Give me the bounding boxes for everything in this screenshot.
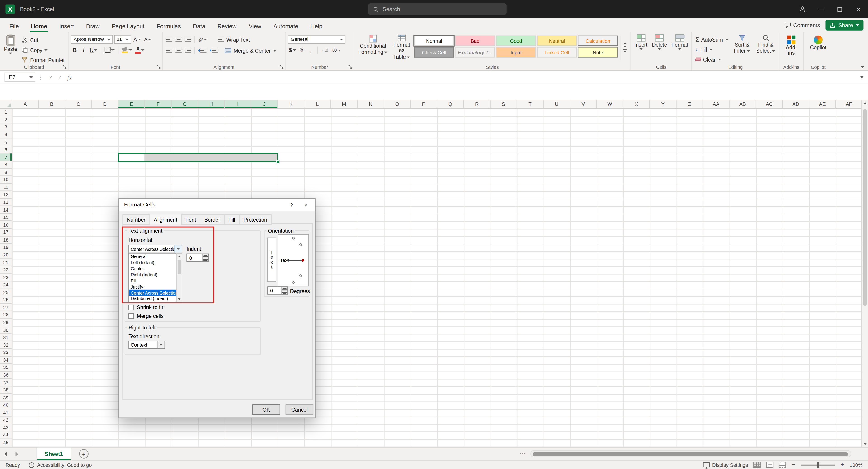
font-name-chevron-icon[interactable] xyxy=(107,38,111,40)
column-header-AB[interactable]: AB xyxy=(730,100,756,108)
insert-cells-chevron-icon[interactable] xyxy=(639,49,643,50)
row-header-36[interactable]: 36 xyxy=(0,372,11,379)
format-as-table-button[interactable]: Format as Table xyxy=(392,34,412,60)
column-header-L[interactable]: L xyxy=(305,100,331,108)
column-header-AD[interactable]: AD xyxy=(783,100,809,108)
page-break-view-button[interactable] xyxy=(779,462,786,468)
column-header-N[interactable]: N xyxy=(358,100,384,108)
cell-style-check-cell[interactable]: Check Cell xyxy=(414,47,454,58)
align-top-button[interactable] xyxy=(165,35,174,43)
conditional-formatting-chevron-icon[interactable] xyxy=(384,52,388,53)
row-header-21[interactable]: 21 xyxy=(0,259,11,266)
row-header-10[interactable]: 10 xyxy=(0,176,11,184)
row-header-6[interactable]: 6 xyxy=(0,146,11,153)
column-header-T[interactable]: T xyxy=(517,100,544,108)
row-header-42[interactable]: 42 xyxy=(0,416,11,424)
row-header-41[interactable]: 41 xyxy=(0,409,11,416)
orientation-button[interactable]: ab xyxy=(197,35,208,43)
column-header-AF[interactable]: AF xyxy=(836,100,862,108)
decrease-decimal-button[interactable]: .00→ xyxy=(330,46,342,54)
column-header-M[interactable]: M xyxy=(331,100,358,108)
comma-format-button[interactable]: , xyxy=(307,46,315,54)
display-settings-button[interactable]: Display Settings xyxy=(703,462,748,468)
share-chevron-icon[interactable] xyxy=(856,24,859,26)
wrap-text-button[interactable]: Wrap Text xyxy=(217,35,251,43)
previous-sheet-button[interactable] xyxy=(0,451,11,456)
fill-handle[interactable] xyxy=(276,160,280,163)
row-header-40[interactable]: 40 xyxy=(0,401,11,409)
column-header-C[interactable]: C xyxy=(65,100,92,108)
new-sheet-button[interactable]: + xyxy=(79,449,89,459)
row-header-18[interactable]: 18 xyxy=(0,236,11,244)
column-header-Y[interactable]: Y xyxy=(650,100,677,108)
selection-range[interactable] xyxy=(118,153,278,162)
column-header-Z[interactable]: Z xyxy=(677,100,703,108)
styles-gallery-more-button[interactable] xyxy=(620,35,629,60)
column-header-J[interactable]: J xyxy=(251,100,278,108)
tab-review[interactable]: Review xyxy=(211,21,243,32)
row-header-23[interactable]: 23 xyxy=(0,274,11,281)
row-header-24[interactable]: 24 xyxy=(0,281,11,289)
column-header-G[interactable]: G xyxy=(172,100,198,108)
ok-button[interactable]: OK xyxy=(252,404,280,415)
sort-filter-chevron-icon[interactable] xyxy=(747,51,750,52)
text-direction-select[interactable]: Context xyxy=(128,341,165,349)
column-header-E[interactable]: E xyxy=(119,100,145,108)
column-header-AC[interactable]: AC xyxy=(756,100,783,108)
fill-color-chevron-icon[interactable] xyxy=(129,49,132,51)
option-center[interactable]: Center xyxy=(129,266,177,272)
conditional-formatting-button[interactable]: Conditional Formatting xyxy=(356,34,389,56)
increase-indent-button[interactable] xyxy=(209,46,219,55)
increase-font-size-button[interactable]: A xyxy=(132,35,142,43)
tab-home[interactable]: Home xyxy=(25,21,53,32)
merge-cells-box-icon[interactable] xyxy=(128,313,134,319)
zoom-slider-thumb[interactable] xyxy=(817,462,819,468)
expand-formula-bar-icon[interactable] xyxy=(860,77,864,78)
normal-view-button[interactable] xyxy=(753,462,761,468)
tab-insert[interactable]: Insert xyxy=(53,21,80,32)
row-header-20[interactable]: 20 xyxy=(0,251,11,259)
account-button[interactable] xyxy=(793,0,811,18)
next-sheet-button[interactable] xyxy=(11,451,22,456)
minimize-button[interactable] xyxy=(811,0,830,18)
row-header-33[interactable]: 33 xyxy=(0,349,11,356)
column-header-I[interactable]: I xyxy=(225,100,251,108)
vertical-scroll-thumb[interactable] xyxy=(863,109,867,305)
underline-chevron-icon[interactable] xyxy=(94,49,98,51)
align-left-button[interactable] xyxy=(165,46,174,55)
zoom-slider[interactable] xyxy=(801,464,835,465)
row-header-3[interactable]: 3 xyxy=(0,123,11,131)
gallery-scroll-down-icon[interactable] xyxy=(623,46,627,48)
cell-style-linked-cell[interactable]: Linked Cell xyxy=(537,47,577,58)
dialog-help-button[interactable]: ? xyxy=(287,201,296,209)
row-header-14[interactable]: 14 xyxy=(0,206,11,214)
dialog-titlebar[interactable]: Format Cells ? × xyxy=(119,199,315,211)
row-header-39[interactable]: 39 xyxy=(0,394,11,401)
fill-chevron-icon[interactable] xyxy=(709,49,712,50)
shrink-to-fit-box-icon[interactable] xyxy=(128,304,134,310)
zoom-out-button[interactable]: − xyxy=(792,462,795,468)
collapse-ribbon-icon[interactable] xyxy=(861,66,864,68)
row-header-31[interactable]: 31 xyxy=(0,334,11,341)
row-header-44[interactable]: 44 xyxy=(0,432,11,439)
scroll-down-icon[interactable] xyxy=(862,443,868,445)
row-header-30[interactable]: 30 xyxy=(0,326,11,334)
column-header-R[interactable]: R xyxy=(464,100,491,108)
row-header-27[interactable]: 27 xyxy=(0,304,11,312)
sheet-tab-sheet1[interactable]: Sheet1 xyxy=(37,447,71,460)
font-color-chevron-icon[interactable] xyxy=(141,49,145,51)
fill-button[interactable]: ↓ Fill xyxy=(694,45,730,54)
column-header-K[interactable]: K xyxy=(278,100,305,108)
accessibility-status[interactable]: ✓ Accessibility: Good to go xyxy=(29,462,92,468)
row-header-9[interactable]: 9 xyxy=(0,169,11,176)
comments-button[interactable]: Comments xyxy=(784,22,820,28)
row-header-32[interactable]: 32 xyxy=(0,342,11,349)
number-format-select[interactable]: General xyxy=(288,35,345,43)
find-select-button[interactable]: Find & Select xyxy=(754,34,777,63)
clear-chevron-icon[interactable] xyxy=(718,58,721,60)
delete-cells-button[interactable]: Delete xyxy=(650,34,669,51)
font-color-button[interactable]: A xyxy=(134,46,146,54)
dial-mark-90[interactable] xyxy=(292,237,295,240)
sheet-scroll-dots-icon[interactable]: ⋯ xyxy=(519,450,525,457)
borders-chevron-icon[interactable] xyxy=(112,49,115,51)
